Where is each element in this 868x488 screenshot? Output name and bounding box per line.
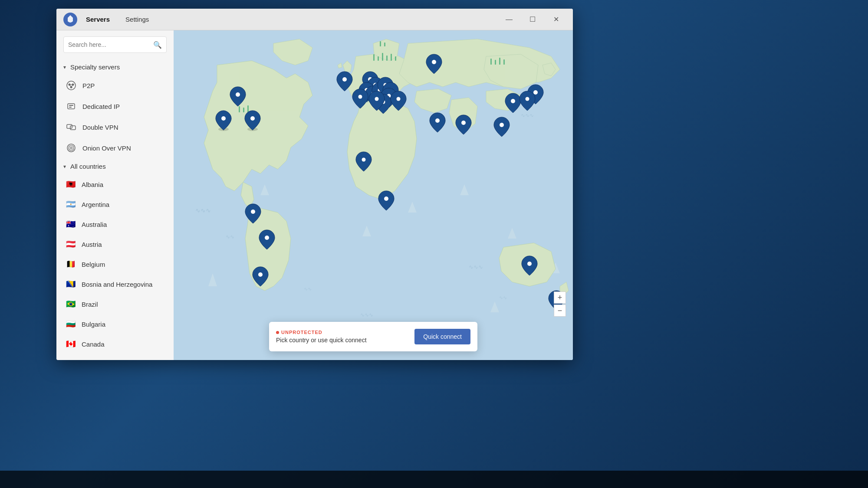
sidebar-item-double-vpn[interactable]: Double VPN xyxy=(56,117,174,138)
svg-point-16 xyxy=(71,147,72,148)
zoom-out-button[interactable]: − xyxy=(554,305,566,317)
brazil-flag: 🇧🇷 xyxy=(65,298,76,310)
specialty-servers-header[interactable]: ▾ Specialty servers xyxy=(56,59,174,75)
svg-point-70 xyxy=(435,118,440,123)
svg-point-71 xyxy=(461,121,466,125)
app-window: Servers Settings — ☐ ✕ 🔍 xyxy=(56,9,573,360)
bulgaria-label: Bulgaria xyxy=(82,321,105,328)
sidebar-item-chile[interactable]: 🇨🇱 Chile xyxy=(56,354,174,360)
svg-point-73 xyxy=(511,99,515,103)
map-area[interactable]: ∿∿∿ ∿∿ ∿∿∿ ∿∿∿ ∿∿ ∿∿∿ ∿∿ xyxy=(174,30,573,360)
sidebar-item-argentina[interactable]: 🇦🇷 Argentina xyxy=(56,194,174,214)
svg-point-68 xyxy=(358,95,362,99)
svg-text:∿∿∿: ∿∿∿ xyxy=(195,207,211,214)
status-info: UNPROTECTED Pick country or use quick co… xyxy=(276,330,408,344)
svg-rect-42 xyxy=(490,59,492,65)
search-input[interactable] xyxy=(68,41,150,48)
svg-point-72 xyxy=(500,123,504,127)
canada-label: Canada xyxy=(82,341,105,348)
maximize-button[interactable]: ☐ xyxy=(523,13,542,26)
svg-text:∿∿: ∿∿ xyxy=(499,295,507,300)
specialty-chevron-icon: ▾ xyxy=(63,64,66,70)
quick-connect-button[interactable]: Quick connect xyxy=(414,329,470,344)
svg-point-78 xyxy=(432,60,436,64)
svg-text:∿∿∿: ∿∿∿ xyxy=(360,312,373,318)
app-logo xyxy=(63,13,77,26)
svg-point-55 xyxy=(251,210,255,214)
bosnia-flag: 🇧🇦 xyxy=(65,278,76,290)
svg-point-51 xyxy=(221,116,226,121)
nav-servers[interactable]: Servers xyxy=(82,14,113,25)
sidebar-item-brazil[interactable]: 🇧🇷 Brazil xyxy=(56,294,174,314)
svg-text:∿∿: ∿∿ xyxy=(226,234,234,240)
svg-point-52 xyxy=(236,92,240,97)
brazil-label: Brazil xyxy=(82,301,98,308)
svg-rect-33 xyxy=(373,54,375,61)
svg-point-49 xyxy=(250,116,255,121)
window-controls: — ☐ ✕ xyxy=(499,13,566,26)
austria-label: Austria xyxy=(82,241,102,248)
svg-rect-47 xyxy=(384,43,385,46)
title-bar-nav: Servers Settings xyxy=(82,14,499,25)
unprotected-label: UNPROTECTED xyxy=(276,330,408,335)
close-button[interactable]: ✕ xyxy=(546,13,566,26)
zoom-in-button[interactable]: + xyxy=(554,291,566,304)
sidebar-item-p2p[interactable]: P2P xyxy=(56,75,174,96)
sidebar-item-bulgaria[interactable]: 🇧🇬 Bulgaria xyxy=(56,314,174,334)
svg-point-53 xyxy=(265,236,269,240)
svg-point-67 xyxy=(375,97,379,101)
nav-settings[interactable]: Settings xyxy=(122,14,152,25)
minimize-button[interactable]: — xyxy=(499,13,519,26)
albania-flag: 🇦🇱 xyxy=(65,179,76,190)
argentina-flag: 🇦🇷 xyxy=(65,199,76,210)
svg-rect-39 xyxy=(239,106,240,112)
onion-vpn-icon xyxy=(65,142,77,154)
sidebar-list: ▾ Specialty servers xyxy=(56,59,174,360)
title-bar: Servers Settings — ☐ ✕ xyxy=(56,9,573,30)
taskbar xyxy=(0,471,868,488)
double-vpn-icon xyxy=(65,121,77,133)
svg-rect-35 xyxy=(382,53,383,61)
svg-rect-10 xyxy=(69,107,72,108)
argentina-label: Argentina xyxy=(82,201,109,208)
svg-rect-45 xyxy=(503,59,505,65)
bulgaria-flag: 🇧🇬 xyxy=(65,318,76,330)
svg-rect-11 xyxy=(67,124,72,128)
svg-point-56 xyxy=(342,77,347,82)
bosnia-label: Bosnia and Herzegovina xyxy=(82,281,152,288)
svg-text:∿∿∿: ∿∿∿ xyxy=(469,264,483,270)
double-vpn-label: Double VPN xyxy=(82,124,118,131)
canada-flag: 🇨🇦 xyxy=(65,338,76,350)
svg-point-69 xyxy=(384,197,388,201)
albania-label: Albania xyxy=(82,181,103,188)
svg-rect-46 xyxy=(380,41,381,46)
sidebar-item-australia[interactable]: 🇦🇺 Australia xyxy=(56,214,174,234)
sidebar-item-albania[interactable]: 🇦🇱 Albania xyxy=(56,174,174,194)
svg-point-1 xyxy=(67,81,76,90)
svg-rect-43 xyxy=(495,60,496,65)
sidebar-item-austria[interactable]: 🇦🇹 Austria xyxy=(56,234,174,254)
sidebar-item-belgium[interactable]: 🇧🇪 Belgium xyxy=(56,254,174,274)
sidebar-item-dedicated-ip[interactable]: Dedicated IP xyxy=(56,96,174,117)
sidebar-item-canada[interactable]: 🇨🇦 Canada xyxy=(56,334,174,354)
svg-point-66 xyxy=(397,97,401,101)
search-container: 🔍 xyxy=(56,30,174,59)
all-countries-header[interactable]: ▾ All countries xyxy=(56,158,174,174)
dedicated-ip-icon xyxy=(65,100,77,112)
svg-text:∿∿: ∿∿ xyxy=(304,286,312,291)
p2p-label: P2P xyxy=(82,82,95,89)
svg-point-74 xyxy=(533,90,538,95)
all-countries-chevron-icon: ▾ xyxy=(63,164,66,170)
australia-label: Australia xyxy=(82,221,107,228)
search-box[interactable]: 🔍 xyxy=(63,36,167,53)
map-zoom-controls: + − xyxy=(554,291,566,317)
search-icon: 🔍 xyxy=(153,41,162,49)
sidebar-item-onion-vpn[interactable]: Onion Over VPN xyxy=(56,138,174,158)
all-countries-label: All countries xyxy=(70,163,106,170)
belgium-label: Belgium xyxy=(82,261,105,268)
australia-flag: 🇦🇺 xyxy=(65,219,76,230)
svg-rect-34 xyxy=(378,56,379,61)
sidebar-item-bosnia[interactable]: 🇧🇦 Bosnia and Herzegovina xyxy=(56,274,174,294)
status-message: Pick country or use quick connect xyxy=(276,337,408,344)
svg-point-75 xyxy=(526,97,529,101)
